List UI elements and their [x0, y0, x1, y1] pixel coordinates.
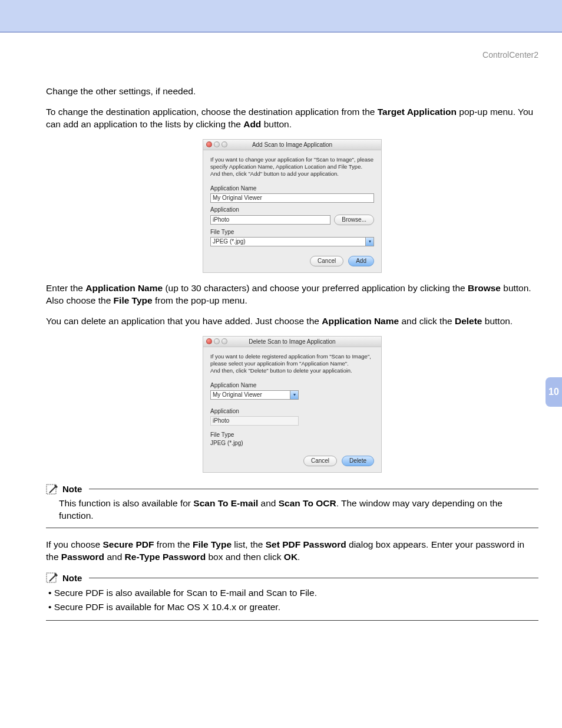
text: list, the	[232, 539, 266, 549]
window-controls	[206, 338, 227, 344]
app-name-select[interactable]: My Original Viewer ▾	[210, 390, 299, 400]
text: and	[258, 498, 278, 508]
section-header: ControlCenter2	[46, 50, 538, 60]
text: from the pop-up menu.	[153, 295, 247, 305]
file-type-value: JPEG (*.jpg)	[213, 238, 246, 245]
app-name-value: My Original Viewer	[213, 391, 262, 398]
text: and click the	[399, 316, 455, 326]
text: from the	[154, 539, 193, 549]
note-block: Note This function is also available for…	[46, 483, 538, 529]
file-type-readonly: JPEG (*.jpg)	[210, 440, 374, 446]
list-item: Secure PDF is also available for Scan to…	[48, 586, 538, 600]
note-rule	[89, 578, 538, 578]
file-type-select[interactable]: JPEG (*.jpg) ▾	[210, 237, 374, 246]
minimize-icon	[214, 338, 220, 344]
add-button[interactable]: Add	[348, 256, 374, 266]
delete-button[interactable]: Delete	[342, 456, 374, 466]
text: You can delete an application that you h…	[46, 316, 322, 326]
bold-text: Scan To E-mail	[193, 498, 258, 508]
bold-text: Browse	[468, 283, 501, 293]
note-title: Note	[62, 484, 82, 494]
list-item: Secure PDF is available for Mac OS X 10.…	[48, 600, 538, 614]
application-label: Application	[210, 408, 374, 414]
dialog-titlebar: Add Scan to Image Application	[203, 140, 381, 150]
bold-text: Scan To OCR	[279, 498, 336, 508]
paragraph-3: Enter the Application Name (up to 30 cha…	[46, 282, 538, 307]
bold-text: Application Name	[322, 316, 399, 326]
note-icon	[46, 572, 59, 584]
app-name-input[interactable]: My Original Viewer	[210, 193, 374, 203]
minimize-icon	[214, 141, 220, 147]
app-name-label: Application Name	[210, 185, 374, 192]
paragraph-5: If you choose Secure PDF from the File T…	[46, 539, 538, 564]
application-label: Application	[210, 206, 374, 213]
note-rule	[89, 489, 538, 489]
chevron-updown-icon: ▾	[290, 391, 298, 399]
text: Enter the	[46, 283, 85, 293]
text: button.	[261, 119, 292, 129]
note-list: Secure PDF is also available for Scan to…	[46, 586, 538, 614]
text: button.	[482, 316, 513, 326]
zoom-icon	[222, 338, 227, 344]
zoom-icon	[222, 141, 227, 147]
text: This function is also available for	[59, 498, 193, 508]
file-type-label: File Type	[210, 229, 374, 235]
bold-text: Set PDF Password	[266, 539, 346, 549]
top-band	[0, 0, 562, 32]
window-controls	[206, 141, 227, 147]
browse-button[interactable]: Browse...	[334, 215, 374, 225]
cancel-button[interactable]: Cancel	[310, 256, 343, 266]
bold-text: Target Application	[378, 107, 457, 117]
note-block: Note Secure PDF is also available for Sc…	[46, 572, 538, 621]
cancel-button[interactable]: Cancel	[303, 456, 337, 466]
note-title: Note	[62, 573, 82, 583]
bold-text: Delete	[455, 316, 482, 326]
app-name-label: Application Name	[210, 382, 374, 388]
add-application-dialog: Add Scan to Image Application If you wan…	[203, 139, 382, 273]
note-rule	[46, 620, 538, 621]
bold-text: OK	[284, 552, 297, 562]
dialog-instruction: If you want to change your application f…	[210, 156, 374, 178]
page-content: ControlCenter2 Change the other settings…	[0, 32, 562, 728]
text: .	[297, 552, 300, 562]
text: and	[104, 552, 124, 562]
bold-text: Re-Type Password	[125, 552, 206, 562]
delete-application-dialog: Delete Scan to Image Application If you …	[203, 336, 382, 473]
text: To change the destination application, c…	[46, 107, 378, 117]
note-icon	[46, 483, 59, 495]
bold-text: Application Name	[85, 283, 163, 293]
dialog-instruction: If you want to delete registered applica…	[210, 353, 374, 375]
close-icon[interactable]	[206, 141, 212, 147]
application-readonly: iPhoto	[210, 416, 299, 426]
bold-text: Add	[243, 119, 261, 129]
note-body: This function is also available for Scan…	[46, 498, 538, 522]
application-input[interactable]: iPhoto	[210, 215, 330, 225]
dialog-titlebar: Delete Scan to Image Application	[203, 337, 381, 347]
bold-text: Password	[61, 552, 104, 562]
chevron-updown-icon: ▾	[365, 238, 373, 246]
note-rule	[46, 528, 538, 528]
paragraph-4: You can delete an application that you h…	[46, 315, 538, 328]
text: (up to 30 characters) and choose your pr…	[163, 283, 468, 293]
paragraph-2: To change the destination application, c…	[46, 106, 538, 131]
close-icon[interactable]	[206, 338, 212, 344]
chapter-tab: 10	[546, 377, 562, 407]
dialog-title: Delete Scan to Image Application	[249, 338, 335, 345]
bold-text: File Type	[114, 295, 153, 305]
bold-text: File Type	[193, 539, 232, 549]
text: box and then click	[206, 552, 284, 562]
text: If you choose	[46, 539, 103, 549]
paragraph-1: Change the other settings, if needed.	[46, 85, 538, 98]
file-type-label: File Type	[210, 431, 374, 438]
dialog-title: Add Scan to Image Application	[252, 141, 332, 148]
bold-text: Secure PDF	[103, 539, 154, 549]
